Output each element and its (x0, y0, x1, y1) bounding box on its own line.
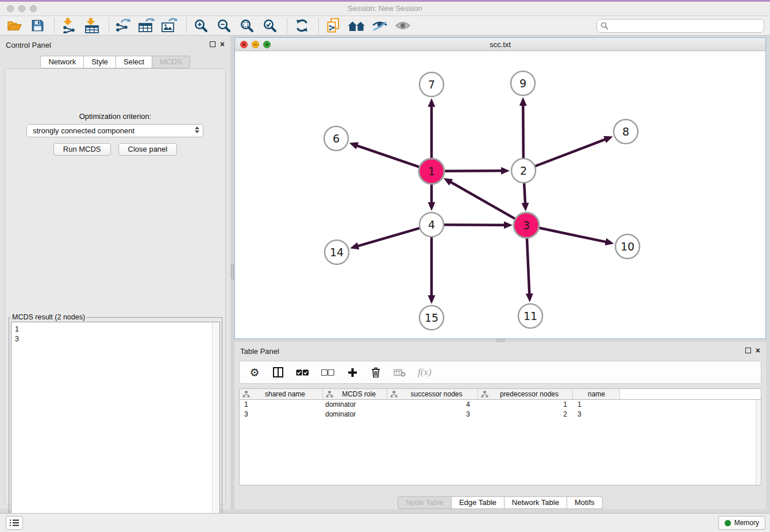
session-title: Session: New Session (0, 4, 770, 13)
edge-3-10[interactable] (538, 228, 607, 242)
tab-mcds[interactable]: MCDS (152, 56, 190, 68)
delete-table-icon (394, 368, 406, 377)
edge-4-3[interactable] (444, 225, 505, 225)
edge-2-8[interactable] (535, 139, 606, 166)
panel-resize-handle[interactable] (231, 264, 234, 279)
criterion-dropdown[interactable]: strongly connected component (26, 124, 203, 137)
edge-1-2[interactable] (444, 171, 502, 171)
edge-4-14[interactable] (357, 228, 420, 246)
float-panel-icon[interactable] (745, 348, 751, 353)
create-column-button[interactable] (346, 365, 358, 379)
table-cell[interactable]: 4 (387, 400, 478, 410)
show-all-button[interactable] (394, 17, 411, 34)
node-1[interactable]: 1 (419, 159, 444, 184)
duplicate-network-button[interactable] (325, 17, 342, 34)
table-cell[interactable]: dominator (323, 410, 387, 419)
export-image-button[interactable] (161, 17, 178, 34)
node-8[interactable]: 8 (614, 119, 638, 144)
tab-network-table[interactable]: Network Table (505, 496, 567, 509)
edge-3-1[interactable] (450, 182, 516, 219)
table-cell[interactable]: 1 (240, 400, 323, 410)
close-panel-icon[interactable]: × (220, 41, 225, 47)
node-7[interactable]: 7 (419, 72, 444, 97)
node-2[interactable]: 2 (511, 159, 536, 183)
table-cell[interactable]: 2 (478, 410, 573, 419)
network-canvas[interactable]: 7968124314101511 (235, 51, 765, 338)
memory-button[interactable]: Memory (718, 516, 765, 530)
delete-table-button[interactable] (394, 365, 406, 379)
refresh-view-button[interactable] (293, 17, 310, 34)
table-cell[interactable]: 3 (240, 410, 323, 419)
zoom-selected-button[interactable] (261, 17, 279, 34)
zoom-fit-button[interactable] (238, 17, 256, 34)
deselect-all-button[interactable] (321, 365, 334, 379)
table-row[interactable]: 1dominator411 (240, 400, 761, 410)
column-header-successor-nodes[interactable]: successor nodes (387, 389, 478, 399)
table-options-button[interactable]: ⚙ (249, 365, 260, 379)
hide-selected-button[interactable] (371, 17, 388, 34)
column-header-predecessor-nodes[interactable]: predecessor nodes (478, 389, 573, 399)
save-session-button[interactable] (29, 17, 46, 34)
table-scrollbar[interactable] (756, 400, 761, 485)
edge-2-9[interactable] (523, 105, 523, 159)
result-scrollbar[interactable] (212, 322, 220, 527)
export-table-button[interactable] (138, 17, 155, 34)
table-cell[interactable]: 3 (387, 410, 478, 419)
export-network-button[interactable] (115, 17, 132, 34)
table-cell[interactable]: dominator (323, 400, 387, 410)
edge-1-6[interactable] (356, 145, 420, 167)
search-input[interactable] (596, 19, 764, 33)
node-15[interactable]: 15 (419, 306, 444, 330)
task-history-button[interactable] (6, 516, 23, 530)
tab-select[interactable]: Select (116, 56, 152, 68)
svg-text:14: 14 (330, 246, 344, 259)
import-network-button[interactable] (60, 17, 78, 34)
column-header-shared-name[interactable]: shared name (240, 389, 323, 399)
table-row[interactable]: 3dominator323 (240, 410, 761, 419)
search-icon (600, 22, 609, 30)
tab-network[interactable]: Network (40, 56, 84, 68)
svg-text:3: 3 (523, 219, 530, 232)
memory-label: Memory (734, 519, 759, 527)
column-header-name[interactable]: name (573, 389, 620, 399)
node-4[interactable]: 4 (419, 213, 444, 237)
tab-style[interactable]: Style (84, 56, 116, 68)
edge-arrowhead (521, 203, 529, 211)
table-cell[interactable]: 1 (478, 400, 573, 410)
delete-columns-button[interactable] (370, 365, 382, 379)
close-panel-button[interactable]: Close panel (118, 143, 178, 156)
column-label: name (576, 390, 619, 398)
table-header-row: shared name MCDS role successor nodes pr… (240, 389, 761, 400)
select-all-button[interactable] (296, 365, 309, 379)
svg-text:10: 10 (621, 240, 634, 253)
edge-3-11[interactable] (527, 237, 529, 295)
tab-edge-table[interactable]: Edge Table (452, 496, 505, 509)
node-3[interactable]: 3 (514, 213, 539, 238)
table-cell[interactable]: 3 (573, 410, 620, 419)
node-11[interactable]: 11 (518, 304, 542, 328)
node-9[interactable]: 9 (511, 71, 535, 95)
edge-2-3[interactable] (524, 183, 525, 204)
import-table-button[interactable] (83, 17, 101, 34)
function-builder-button[interactable]: f(x) (418, 365, 432, 379)
tab-node-table[interactable]: Node Table (398, 496, 452, 509)
run-mcds-button[interactable]: Run MCDS (53, 143, 111, 156)
float-panel-icon[interactable] (210, 41, 215, 47)
show-columns-button[interactable] (272, 365, 284, 379)
plus-icon (348, 368, 357, 377)
node-6[interactable]: 6 (324, 126, 348, 151)
column-namespace-icon (390, 391, 398, 398)
column-header-mcds-role[interactable]: MCDS role (323, 389, 387, 399)
node-14[interactable]: 14 (325, 240, 349, 264)
network-window-titlebar[interactable]: scc.txt (235, 38, 765, 51)
zoom-out-button[interactable] (215, 17, 233, 34)
node-10[interactable]: 10 (615, 234, 640, 259)
zoom-in-button[interactable] (192, 17, 210, 34)
close-panel-icon[interactable]: × (756, 348, 760, 353)
table-cell[interactable]: 1 (573, 400, 620, 410)
dropdown-stepper-icon (195, 126, 199, 133)
open-session-button[interactable] (6, 17, 23, 34)
first-neighbors-button[interactable] (348, 17, 365, 34)
duplicate-network-icon (326, 18, 341, 33)
tab-motifs[interactable]: Motifs (567, 496, 603, 509)
